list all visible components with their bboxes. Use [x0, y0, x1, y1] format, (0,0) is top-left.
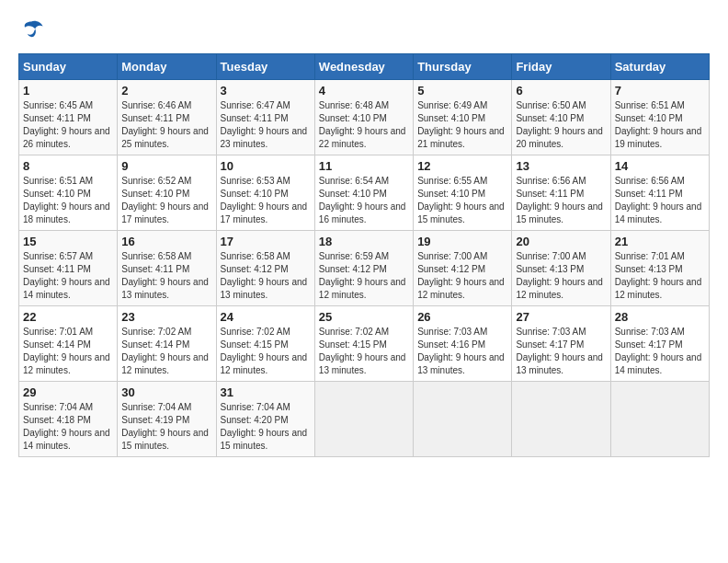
day-number: 11 [319, 159, 409, 173]
calendar-cell: 19 Sunrise: 7:00 AMSunset: 4:12 PMDaylig… [414, 231, 512, 306]
day-number: 15 [23, 235, 113, 248]
day-info: Sunrise: 6:50 AMSunset: 4:10 PMDaylight:… [516, 99, 606, 151]
day-info: Sunrise: 6:55 AMSunset: 4:10 PMDaylight:… [417, 175, 507, 226]
day-info: Sunrise: 7:04 AMSunset: 4:19 PMDaylight:… [121, 401, 211, 453]
calendar-cell: 29 Sunrise: 7:04 AMSunset: 4:18 PMDaylig… [19, 382, 118, 457]
day-number: 29 [23, 385, 113, 399]
day-info: Sunrise: 7:03 AMSunset: 4:16 PMDaylight:… [417, 326, 507, 377]
calendar-week-4: 22 Sunrise: 7:01 AMSunset: 4:14 PMDaylig… [19, 306, 710, 382]
day-number: 31 [221, 385, 311, 399]
day-number: 6 [516, 84, 606, 98]
calendar-cell: 11 Sunrise: 6:54 AMSunset: 4:10 PMDaylig… [314, 155, 413, 231]
day-number: 22 [23, 310, 113, 324]
calendar-table: SundayMondayTuesdayWednesdayThursdayFrid… [18, 53, 710, 457]
day-info: Sunrise: 7:03 AMSunset: 4:17 PMDaylight:… [516, 326, 606, 377]
calendar-cell: 4 Sunrise: 6:48 AMSunset: 4:10 PMDayligh… [314, 80, 413, 155]
calendar-cell: 21 Sunrise: 7:01 AMSunset: 4:13 PMDaylig… [610, 231, 709, 306]
calendar-cell: 16 Sunrise: 6:58 AMSunset: 4:11 PMDaylig… [118, 231, 216, 306]
day-number: 16 [121, 235, 211, 248]
day-number: 19 [417, 235, 507, 248]
logo [18, 18, 48, 44]
day-info: Sunrise: 6:57 AMSunset: 4:11 PMDaylight:… [23, 250, 113, 302]
day-info: Sunrise: 7:01 AMSunset: 4:13 PMDaylight:… [615, 250, 705, 302]
day-info: Sunrise: 6:59 AMSunset: 4:12 PMDaylight:… [319, 250, 409, 302]
calendar-cell: 28 Sunrise: 7:03 AMSunset: 4:17 PMDaylig… [610, 306, 709, 382]
weekday-header-wednesday: Wednesday [314, 54, 413, 80]
calendar-cell [610, 382, 709, 457]
calendar-cell: 25 Sunrise: 7:02 AMSunset: 4:15 PMDaylig… [314, 306, 413, 382]
calendar-cell: 23 Sunrise: 7:02 AMSunset: 4:14 PMDaylig… [118, 306, 216, 382]
day-info: Sunrise: 6:45 AMSunset: 4:11 PMDaylight:… [23, 99, 113, 151]
day-info: Sunrise: 7:04 AMSunset: 4:18 PMDaylight:… [23, 401, 113, 453]
day-number: 9 [121, 159, 211, 173]
day-number: 23 [121, 310, 211, 324]
calendar-cell: 15 Sunrise: 6:57 AMSunset: 4:11 PMDaylig… [19, 231, 118, 306]
weekday-header-thursday: Thursday [414, 54, 512, 80]
day-number: 12 [417, 159, 507, 173]
day-info: Sunrise: 6:47 AMSunset: 4:11 PMDaylight:… [221, 99, 311, 151]
day-number: 18 [319, 235, 409, 248]
day-number: 24 [221, 310, 311, 324]
day-info: Sunrise: 6:52 AMSunset: 4:10 PMDaylight:… [121, 175, 211, 226]
day-number: 1 [23, 84, 113, 98]
calendar-cell: 26 Sunrise: 7:03 AMSunset: 4:16 PMDaylig… [414, 306, 512, 382]
day-info: Sunrise: 6:58 AMSunset: 4:12 PMDaylight:… [221, 250, 311, 302]
weekday-header-friday: Friday [512, 54, 610, 80]
calendar-week-3: 15 Sunrise: 6:57 AMSunset: 4:11 PMDaylig… [19, 231, 710, 306]
day-info: Sunrise: 7:00 AMSunset: 4:12 PMDaylight:… [417, 250, 507, 302]
calendar-cell: 31 Sunrise: 7:04 AMSunset: 4:20 PMDaylig… [216, 382, 314, 457]
calendar-cell: 17 Sunrise: 6:58 AMSunset: 4:12 PMDaylig… [216, 231, 314, 306]
day-number: 5 [417, 84, 507, 98]
day-number: 3 [221, 84, 311, 98]
calendar-cell: 2 Sunrise: 6:46 AMSunset: 4:11 PMDayligh… [118, 80, 216, 155]
day-number: 28 [615, 310, 705, 324]
day-number: 30 [121, 385, 211, 399]
weekday-header-sunday: Sunday [19, 54, 118, 80]
day-number: 2 [121, 84, 211, 98]
calendar-cell: 8 Sunrise: 6:51 AMSunset: 4:10 PMDayligh… [19, 155, 118, 231]
weekday-header-row: SundayMondayTuesdayWednesdayThursdayFrid… [19, 54, 710, 80]
calendar-cell: 30 Sunrise: 7:04 AMSunset: 4:19 PMDaylig… [118, 382, 216, 457]
calendar-week-2: 8 Sunrise: 6:51 AMSunset: 4:10 PMDayligh… [19, 155, 710, 231]
calendar-week-1: 1 Sunrise: 6:45 AMSunset: 4:11 PMDayligh… [19, 80, 710, 155]
calendar-cell: 27 Sunrise: 7:03 AMSunset: 4:17 PMDaylig… [512, 306, 610, 382]
day-number: 7 [615, 84, 705, 98]
calendar-cell [314, 382, 413, 457]
calendar-cell: 20 Sunrise: 7:00 AMSunset: 4:13 PMDaylig… [512, 231, 610, 306]
weekday-header-monday: Monday [118, 54, 216, 80]
calendar-cell: 9 Sunrise: 6:52 AMSunset: 4:10 PMDayligh… [118, 155, 216, 231]
day-info: Sunrise: 6:48 AMSunset: 4:10 PMDaylight:… [319, 99, 409, 151]
weekday-header-saturday: Saturday [610, 54, 709, 80]
weekday-header-tuesday: Tuesday [216, 54, 314, 80]
day-number: 8 [23, 159, 113, 173]
calendar-cell: 22 Sunrise: 7:01 AMSunset: 4:14 PMDaylig… [19, 306, 118, 382]
calendar-cell: 18 Sunrise: 6:59 AMSunset: 4:12 PMDaylig… [314, 231, 413, 306]
day-info: Sunrise: 6:56 AMSunset: 4:11 PMDaylight:… [615, 175, 705, 226]
calendar-cell: 7 Sunrise: 6:51 AMSunset: 4:10 PMDayligh… [610, 80, 709, 155]
day-number: 25 [319, 310, 409, 324]
day-info: Sunrise: 6:51 AMSunset: 4:10 PMDaylight:… [23, 175, 113, 226]
day-info: Sunrise: 6:56 AMSunset: 4:11 PMDaylight:… [516, 175, 606, 226]
day-info: Sunrise: 6:46 AMSunset: 4:11 PMDaylight:… [121, 99, 211, 151]
calendar-cell: 10 Sunrise: 6:53 AMSunset: 4:10 PMDaylig… [216, 155, 314, 231]
calendar-body: 1 Sunrise: 6:45 AMSunset: 4:11 PMDayligh… [19, 80, 710, 457]
day-number: 17 [221, 235, 311, 248]
calendar-header: SundayMondayTuesdayWednesdayThursdayFrid… [19, 54, 710, 80]
day-number: 27 [516, 310, 606, 324]
day-number: 4 [319, 84, 409, 98]
day-number: 13 [516, 159, 606, 173]
day-info: Sunrise: 6:53 AMSunset: 4:10 PMDaylight:… [221, 175, 311, 226]
calendar-week-5: 29 Sunrise: 7:04 AMSunset: 4:18 PMDaylig… [19, 382, 710, 457]
day-number: 20 [516, 235, 606, 248]
calendar-cell: 12 Sunrise: 6:55 AMSunset: 4:10 PMDaylig… [414, 155, 512, 231]
calendar-cell: 6 Sunrise: 6:50 AMSunset: 4:10 PMDayligh… [512, 80, 610, 155]
day-info: Sunrise: 7:01 AMSunset: 4:14 PMDaylight:… [23, 326, 113, 377]
day-info: Sunrise: 6:58 AMSunset: 4:11 PMDaylight:… [121, 250, 211, 302]
calendar-cell: 3 Sunrise: 6:47 AMSunset: 4:11 PMDayligh… [216, 80, 314, 155]
day-info: Sunrise: 7:04 AMSunset: 4:20 PMDaylight:… [221, 401, 311, 453]
calendar-cell [414, 382, 512, 457]
day-number: 21 [615, 235, 705, 248]
day-info: Sunrise: 6:54 AMSunset: 4:10 PMDaylight:… [319, 175, 409, 226]
day-info: Sunrise: 6:49 AMSunset: 4:10 PMDaylight:… [417, 99, 507, 151]
page-header [18, 18, 710, 44]
